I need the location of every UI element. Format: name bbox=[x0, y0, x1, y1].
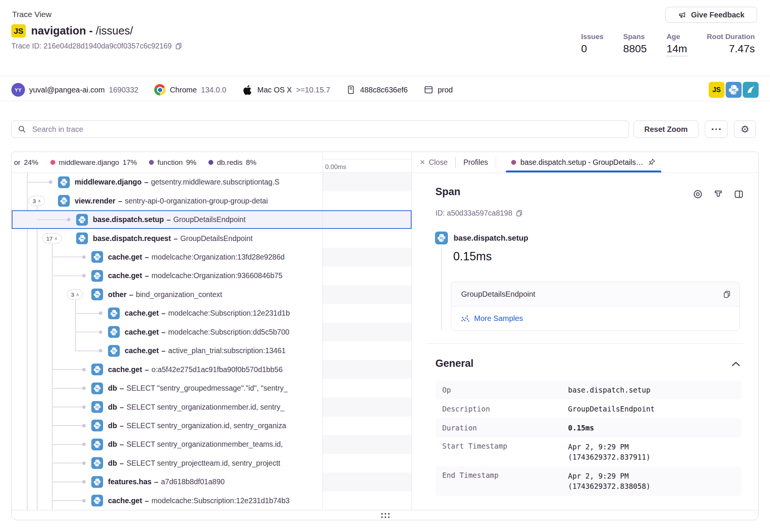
timeline-row bbox=[322, 454, 412, 473]
span-row-label: db–SELECT sentry_organizationmember.id, … bbox=[108, 397, 322, 416]
tab-span-active[interactable]: base.dispatch.setup - GroupDetails… bbox=[506, 152, 661, 172]
python-icon bbox=[91, 476, 103, 488]
sample-card-body: More Samples bbox=[451, 307, 739, 330]
close-icon: × bbox=[420, 158, 425, 167]
more-options-button[interactable] bbox=[705, 120, 728, 138]
span-row-db[interactable]: db–SELECT sentry_organizationmember.id, … bbox=[12, 397, 322, 416]
span-row-label: db–SELECT sentry_projectteam.id, sentry_… bbox=[108, 454, 322, 473]
legend-item[interactable]: function9% bbox=[149, 158, 196, 167]
tab-profiles[interactable]: Profiles bbox=[463, 158, 488, 167]
span-row-cache.get[interactable]: cache.get–modelcache:Subscription:12e231… bbox=[12, 304, 322, 322]
span-row-base.dispatch.setup[interactable]: base.dispatch.setup–GroupDetailsEndpoint bbox=[12, 210, 322, 229]
stat-value[interactable]: 14m bbox=[667, 43, 687, 56]
span-row-cache.get[interactable]: cache.get–modelcache:Subscription:12e231… bbox=[12, 491, 322, 510]
legend-dot bbox=[149, 160, 154, 165]
page-title: Trace View bbox=[12, 10, 52, 19]
divider bbox=[455, 157, 456, 167]
legend-item[interactable]: db.redis8% bbox=[208, 158, 256, 167]
span-row-label: cache.get–modelcache:Subscription:12e231… bbox=[125, 304, 322, 322]
span-row-db[interactable]: db–SELECT "sentry_groupedmessage"."id", … bbox=[12, 379, 322, 397]
copy-icon[interactable] bbox=[516, 210, 523, 217]
focus-target-icon[interactable] bbox=[693, 189, 703, 199]
timeline-row bbox=[322, 248, 412, 266]
general-value: GroupDetailsEndpoint bbox=[568, 404, 655, 414]
connector-line bbox=[52, 463, 82, 463]
connector-line bbox=[52, 388, 82, 389]
panel-tabs: × Close Profiles base.dispatch.setup - G… bbox=[412, 152, 759, 173]
chevron-up-icon: ∧ bbox=[38, 199, 41, 203]
layout-panel-icon[interactable] bbox=[734, 189, 744, 199]
span-row-db[interactable]: db–SELECT sentry_organization.id, sentry… bbox=[12, 416, 322, 435]
divider bbox=[0, 76, 770, 76]
environment-value: prod bbox=[438, 86, 453, 94]
python-icon bbox=[108, 345, 120, 357]
timeline-row bbox=[322, 191, 412, 210]
device-icon bbox=[346, 85, 356, 95]
connector-dot bbox=[82, 424, 86, 427]
span-row-cache.get[interactable]: cache.get–modelcache:Organization:936608… bbox=[12, 266, 322, 285]
span-heading: Span bbox=[435, 186, 460, 198]
divider bbox=[0, 101, 770, 101]
python-icon bbox=[91, 438, 103, 450]
general-value: base.dispatch.setup bbox=[568, 385, 650, 395]
span-row-label: base.dispatch.request–GroupDetailsEndpoi… bbox=[93, 229, 322, 247]
apple-icon bbox=[242, 84, 253, 95]
search-input[interactable] bbox=[11, 120, 629, 138]
settings-gear-button[interactable]: ⚙ bbox=[734, 120, 756, 138]
span-row-middleware.django[interactable]: middleware.django–getsentry.middleware.s… bbox=[12, 173, 322, 191]
python-icon bbox=[91, 289, 103, 300]
span-timeline bbox=[322, 173, 412, 510]
connector-line bbox=[52, 500, 82, 501]
legend-item[interactable]: middleware.django17% bbox=[50, 158, 137, 167]
general-value: Apr 2, 9:29 PM(1743629372.838058) bbox=[568, 471, 650, 491]
trace-waterfall: or24%middleware.django17%function9%db.re… bbox=[11, 152, 759, 520]
span-row-cache.get[interactable]: cache.get–o:a5f42e275d1ac91fba90f0b570d1… bbox=[12, 360, 322, 379]
span-detail-panel: × Close Profiles base.dispatch.setup - G… bbox=[412, 152, 759, 510]
span-row-db[interactable]: db–SELECT sentry_projectteam.id, sentry_… bbox=[12, 454, 322, 473]
trace-stats: Issues0Spans8805Age14mRoot Duration7.47s bbox=[581, 33, 755, 56]
device-item: 488c8c636ef6 bbox=[346, 85, 408, 95]
copy-icon[interactable] bbox=[175, 42, 182, 50]
connector-dot bbox=[82, 255, 86, 259]
span-toolbar bbox=[693, 189, 744, 199]
stat-issues: Issues0 bbox=[581, 33, 603, 56]
funnel-icon[interactable] bbox=[713, 189, 723, 199]
legend-item[interactable]: or24% bbox=[14, 158, 38, 167]
span-row-base.dispatch.request[interactable]: 17∧base.dispatch.request–GroupDetailsEnd… bbox=[12, 229, 322, 247]
device-id: 488c8c636ef6 bbox=[360, 86, 408, 94]
python-icon bbox=[108, 326, 120, 338]
collapse-chip[interactable]: 3∧ bbox=[67, 289, 83, 300]
give-feedback-button[interactable]: Give Feedback bbox=[665, 7, 757, 23]
reset-zoom-button[interactable]: Reset Zoom bbox=[634, 120, 698, 138]
collapse-chip[interactable]: 3∧ bbox=[28, 196, 45, 206]
span-row-label: db–SELECT sentry_organizationmember_team… bbox=[108, 435, 322, 454]
span-row-other[interactable]: 3∧other–bind_organization_context bbox=[12, 285, 322, 304]
stat-label: Age bbox=[667, 33, 680, 41]
span-row-cache.get[interactable]: cache.get–modelcache:Subscription:dd5c5b… bbox=[12, 323, 322, 341]
general-row-start-timestamp: Start TimestampApr 2, 9:29 PM(1743629372… bbox=[435, 437, 742, 466]
sanic-icon bbox=[743, 82, 759, 98]
chevron-up-icon[interactable] bbox=[732, 361, 740, 366]
span-row-cache.get[interactable]: cache.get–active_plan_trial:subscription… bbox=[12, 341, 322, 360]
browser-version: 134.0.0 bbox=[201, 86, 226, 94]
collapse-chip[interactable]: 17∧ bbox=[42, 233, 62, 244]
span-row-view.render[interactable]: 3∧view.render–sentry-api-0-organization-… bbox=[12, 191, 322, 210]
span-row-features.has[interactable]: features.has–a7d618b8df01a890 bbox=[12, 473, 322, 491]
pin-icon[interactable] bbox=[647, 158, 656, 167]
browser-item: Chrome 134.0.0 bbox=[154, 84, 226, 95]
copy-icon[interactable] bbox=[723, 290, 731, 298]
python-icon bbox=[91, 251, 103, 263]
span-row-db[interactable]: db–SELECT sentry_organizationmember_team… bbox=[12, 435, 322, 454]
python-icon bbox=[76, 233, 88, 244]
general-key: Description bbox=[442, 405, 568, 413]
general-row-op: Opbase.dispatch.setup bbox=[435, 380, 742, 399]
drag-handle[interactable] bbox=[381, 513, 390, 518]
divider bbox=[496, 157, 496, 167]
browser-name: Chrome bbox=[170, 86, 197, 94]
span-row-cache.get[interactable]: cache.get–modelcache:Organization:13fd28… bbox=[12, 248, 322, 266]
close-tab[interactable]: × Close bbox=[420, 158, 448, 167]
span-row-label: db–SELECT "sentry_groupedmessage"."id", … bbox=[108, 379, 322, 397]
stat-value: 7.47s bbox=[729, 43, 755, 55]
search-icon bbox=[18, 125, 26, 133]
more-samples-link[interactable]: More Samples bbox=[474, 314, 523, 323]
